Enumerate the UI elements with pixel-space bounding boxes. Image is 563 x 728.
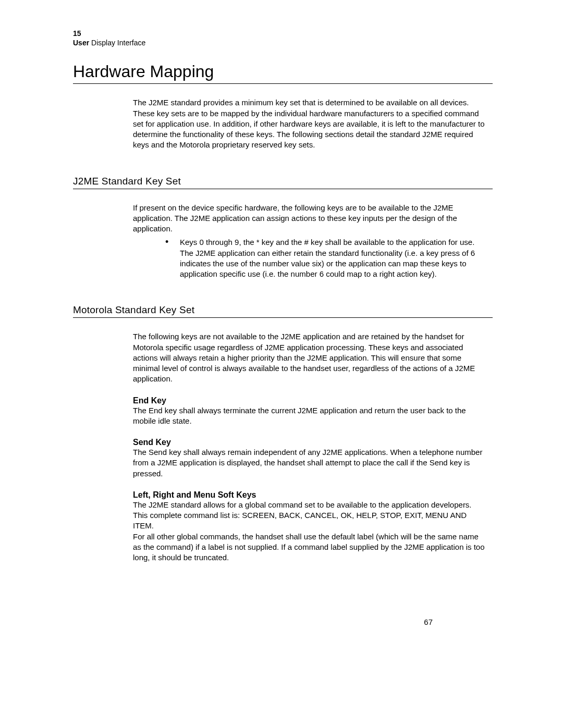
page-title: Hardware Mapping	[73, 62, 493, 84]
j2me-bullet-list: Keys 0 through 9, the * key and the # ke…	[133, 237, 487, 279]
j2me-paragraph: If present on the device specific hardwa…	[133, 203, 487, 235]
j2me-block: If present on the device specific hardwa…	[133, 203, 487, 280]
page-number: 67	[424, 618, 433, 626]
subheading-end-key: End Key	[133, 396, 487, 405]
soft-keys-paragraph-1: The J2ME standard allows for a global co…	[133, 500, 487, 532]
running-header: 15 User Display Interface	[73, 29, 493, 47]
intro-paragraph: The J2ME standard provides a minimum key…	[133, 97, 487, 150]
document-page: 15 User Display Interface Hardware Mappi…	[0, 0, 563, 728]
soft-keys-paragraph-2: For all other global commands, the hands…	[133, 532, 487, 563]
chapter-title: User Display Interface	[73, 38, 493, 47]
section-heading-j2me: J2ME Standard Key Set	[73, 176, 493, 189]
chapter-title-bold: User	[73, 39, 89, 47]
list-item: Keys 0 through 9, the * key and the # ke…	[165, 237, 487, 279]
chapter-title-rest: Display Interface	[89, 39, 145, 47]
end-key-paragraph: The End key shall always terminate the c…	[133, 405, 487, 427]
section-heading-motorola: Motorola Standard Key Set	[73, 304, 493, 318]
moto-block: The following keys are not available to …	[133, 331, 487, 563]
subheading-send-key: Send Key	[133, 438, 487, 447]
subheading-soft-keys: Left, Right and Menu Soft Keys	[133, 490, 487, 500]
chapter-number: 15	[73, 29, 493, 38]
send-key-paragraph: The Send key shall always remain indepen…	[133, 447, 487, 479]
intro-block: The J2ME standard provides a minimum key…	[133, 97, 487, 150]
moto-paragraph: The following keys are not available to …	[133, 331, 487, 384]
